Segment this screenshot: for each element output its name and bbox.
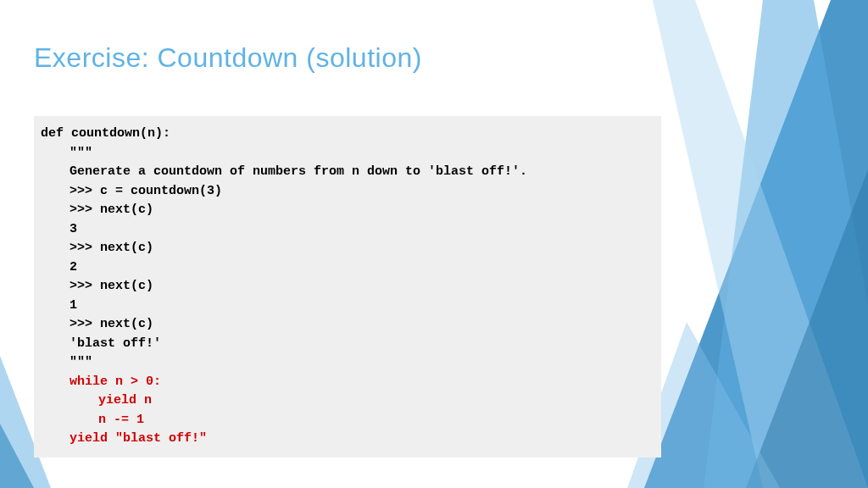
code-line: >>> next(c) — [41, 201, 654, 220]
code-line: yield n — [41, 391, 654, 411]
code-line: 1 — [41, 297, 654, 316]
code-line: """ — [41, 353, 654, 373]
code-line: >>> next(c) — [41, 277, 654, 297]
code-line: while n > 0: — [41, 373, 654, 392]
code-line: n -= 1 — [41, 411, 654, 430]
code-line: >>> c = countdown(3) — [41, 182, 654, 202]
code-line: yield "blast off!" — [41, 430, 654, 449]
code-line: def countdown(n): — [41, 125, 654, 144]
code-line: >>> next(c) — [41, 315, 654, 335]
code-line: 2 — [41, 258, 654, 278]
code-line: 'blast off!' — [41, 335, 654, 354]
code-block: def countdown(n):"""Generate a countdown… — [34, 116, 661, 458]
code-line: """ — [41, 144, 654, 164]
code-line: Generate a countdown of numbers from n d… — [41, 163, 654, 182]
code-line: 3 — [41, 220, 654, 240]
slide-title: Exercise: Countdown (solution) — [34, 42, 834, 74]
code-line: >>> next(c) — [41, 239, 654, 258]
